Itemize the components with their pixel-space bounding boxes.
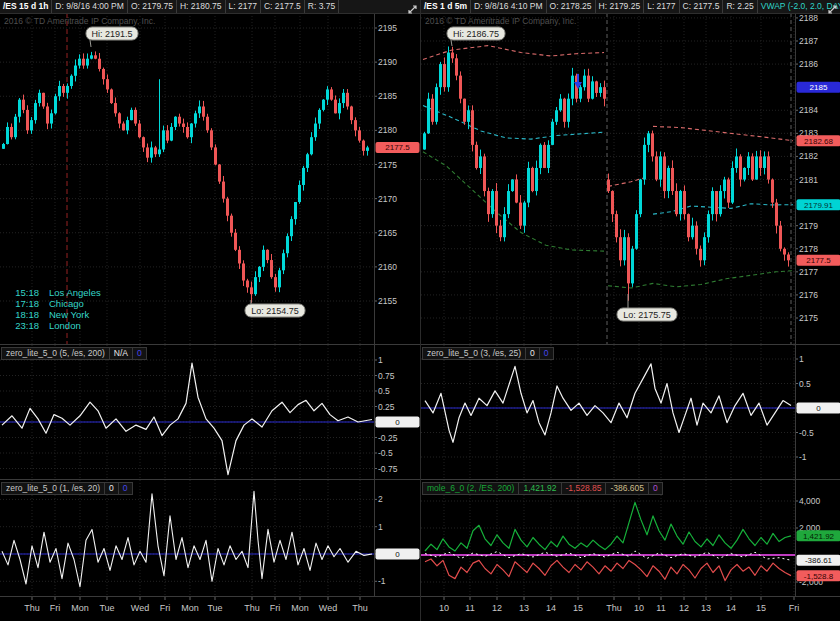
candle-body xyxy=(467,110,470,122)
indicator-header: mole_6_0 (2, /ES, 200)1,421.92-1,528.85-… xyxy=(423,482,663,495)
candle-body xyxy=(78,59,81,66)
candle-body xyxy=(62,86,65,93)
candle-body xyxy=(190,124,193,138)
indicator-value: 0 xyxy=(118,482,133,495)
candle-body xyxy=(543,145,546,168)
candle-body xyxy=(607,180,610,192)
time-tick-label: Mon xyxy=(291,603,309,613)
time-tick-label: Fri xyxy=(789,603,800,613)
timezone-time: 17:18 xyxy=(7,298,39,309)
chart-header: /ES 1 d 5mD: 9/8/16 4:10 PMO: 2178.25H: … xyxy=(421,0,840,14)
indicator-title[interactable]: zero_lite_5_0 (5, /es, 200) xyxy=(1,347,110,360)
price-pane: Hi: 2186.75Lo: 2175.75 xyxy=(423,27,793,321)
candle-body xyxy=(495,191,498,226)
indicator-title[interactable]: zero_lite_5_0 (3, /es, 25) xyxy=(422,347,526,360)
indicator-line xyxy=(425,559,791,581)
candle-body xyxy=(599,87,602,93)
candle-body xyxy=(475,145,478,168)
candle-body xyxy=(54,96,57,113)
high-annotation-label: Hi: 2186.75 xyxy=(453,29,499,39)
candle-body xyxy=(38,93,41,103)
price-tick-label: 2181 xyxy=(799,175,818,185)
timezone-city: Chicago xyxy=(49,298,84,309)
indicator-title[interactable]: zero_lite_5_0 (1, /es, 20) xyxy=(1,482,105,495)
price-tick-label: 2177 xyxy=(799,267,818,277)
candle-body xyxy=(699,249,702,261)
indicator-pane: 10.50-0.5-10 xyxy=(421,345,840,479)
indicator-line xyxy=(425,364,791,442)
indicator-tick-label: 1 xyxy=(378,355,383,365)
time-tick-label: 14 xyxy=(546,603,556,613)
time-tick-label: 13 xyxy=(701,603,711,613)
header-segment: R: 3.75 xyxy=(305,0,339,13)
candle-body xyxy=(631,249,634,284)
candle-body xyxy=(74,66,77,76)
price-tick-label: 2170 xyxy=(378,194,397,204)
candle-body xyxy=(455,58,458,75)
time-tick-label: Wed xyxy=(131,603,149,613)
time-tick-label: 15 xyxy=(756,603,766,613)
candle-body xyxy=(683,191,686,214)
timezone-row: 23:18London xyxy=(7,320,101,331)
candle-body xyxy=(695,226,698,249)
candle-body xyxy=(483,156,486,191)
candle-body xyxy=(326,89,329,99)
indicator-value: 0 xyxy=(525,347,540,360)
indicator-badge-label: 0 xyxy=(816,404,821,413)
header-segment: C: 2177.5 xyxy=(261,0,305,13)
price-tick-label: 2186 xyxy=(799,59,818,69)
candle-body xyxy=(451,53,454,59)
indicator-pane: 4,0002,000-2,0001,421.92-386.61-1,528.8 xyxy=(421,480,840,597)
copyright-text: 2016 © TD Ameritrade IP Company, Inc. xyxy=(425,16,576,26)
price-axis[interactable]: 2195219021852180217521702165216021552177… xyxy=(374,23,420,306)
candle-body xyxy=(350,106,353,120)
candle-body xyxy=(551,122,554,145)
indicator-tick-label: -0.5 xyxy=(799,428,814,438)
candle-body xyxy=(194,113,197,123)
time-axis[interactable]: 101112131415Thu101112131415Fri xyxy=(421,597,840,614)
chart-panel-left[interactable]: /ES 15 d 1hD: 9/8/16 4:00 PMO: 2179.75H:… xyxy=(0,0,420,621)
candle-body xyxy=(302,168,305,185)
candle-body xyxy=(42,93,45,107)
indicator-pane: 210-10 xyxy=(0,480,420,597)
candle-body xyxy=(22,100,25,110)
candle-body xyxy=(318,110,321,124)
candle-body xyxy=(679,191,682,214)
candle-body xyxy=(439,64,442,87)
candle-body xyxy=(230,216,233,233)
price-tick-label: 2180 xyxy=(378,125,397,135)
candle-body xyxy=(555,110,558,122)
candle-body xyxy=(46,106,49,123)
time-tick-label: 13 xyxy=(519,603,529,613)
candle-body xyxy=(527,168,530,203)
timezone-time: 23:18 xyxy=(7,320,39,331)
indicator-tick-label: 4,000 xyxy=(799,496,821,506)
candle-body xyxy=(162,130,165,149)
time-axis[interactable]: ThuFriMonTueWedFriMonTueThuFriMonWedThu xyxy=(0,597,420,614)
candle-body xyxy=(58,86,61,96)
header-segment: O: 2178.25 xyxy=(547,0,596,13)
indicator-tick-label: -1 xyxy=(799,452,807,462)
header-segment: L: 2177 xyxy=(644,0,679,13)
indicator-title[interactable]: mole_6_0 (2, /ES, 200) xyxy=(422,482,519,495)
candle-body xyxy=(435,87,438,122)
candle-body xyxy=(459,76,462,99)
candle-body xyxy=(346,93,349,107)
candle-body xyxy=(226,199,229,216)
candle-body xyxy=(358,130,361,140)
candle-body xyxy=(286,236,289,253)
header-segment: C: 2177.5 xyxy=(680,0,724,13)
panel-resize-icon[interactable] xyxy=(407,1,418,19)
candle-body xyxy=(6,127,9,144)
indicator-badge-label: 0 xyxy=(395,550,400,559)
timezone-row: 18:18New York xyxy=(7,309,101,320)
candle-body xyxy=(487,191,490,214)
candle-body xyxy=(583,76,586,88)
panel-resize-icon[interactable] xyxy=(827,1,838,19)
chart-panel-right[interactable]: /ES 1 d 5mD: 9/8/16 4:10 PMO: 2178.25H: … xyxy=(420,0,840,621)
timezone-city: Los Angeles xyxy=(49,287,101,298)
chart-canvas[interactable]: Hi: 2186.75Lo: 2175.75218821872186218421… xyxy=(421,0,840,621)
candle-body xyxy=(170,127,173,141)
price-axis[interactable]: 2188218721862184218321822181217921782177… xyxy=(795,13,840,323)
copyright-text: 2016 © TD Ameritrade IP Company, Inc. xyxy=(4,16,155,26)
